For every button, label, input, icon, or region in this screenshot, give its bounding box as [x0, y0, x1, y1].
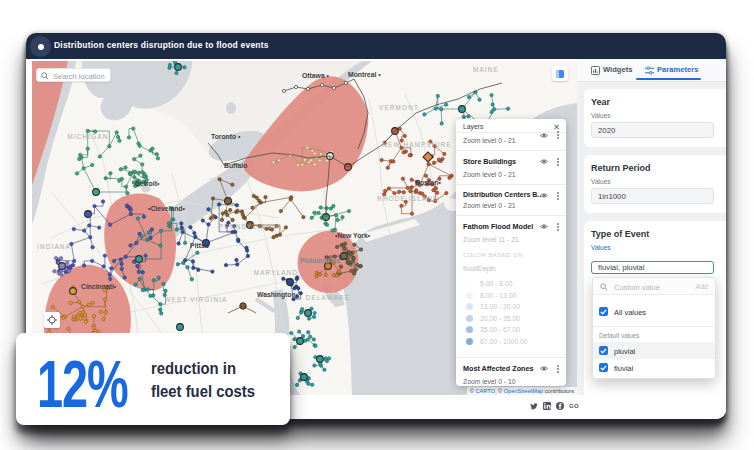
svg-text:RHODE ISLAND: RHODE ISLAND — [377, 195, 439, 202]
svg-text:DELAWARE: DELAWARE — [306, 294, 350, 301]
svg-text:Montreal •: Montreal • — [348, 71, 381, 78]
svg-text:Cincinnati•: Cincinnati• — [81, 283, 117, 290]
svg-text:Pittsb: Pittsb — [190, 242, 209, 249]
svg-text:•Cleveland•: •Cleveland• — [148, 205, 185, 212]
svg-text:OHIO: OHIO — [131, 245, 152, 252]
svg-text:Washington•: Washington• — [257, 291, 299, 299]
svg-text:VERMONT: VERMONT — [379, 104, 419, 111]
svg-text:MICHIGAN: MICHIGAN — [67, 133, 108, 140]
svg-text:Boston•: Boston• — [415, 179, 441, 186]
svg-text:Philadelphia: Philadelphia — [300, 257, 340, 265]
svg-text:Toronto •: Toronto • — [211, 133, 241, 140]
svg-text:MAINE: MAINE — [473, 66, 499, 73]
svg-text:Buffalo: Buffalo — [224, 162, 247, 169]
svg-text:MARYLAND: MARYLAND — [254, 269, 298, 276]
svg-text:Ottawa •: Ottawa • — [302, 72, 330, 79]
svg-text:•New York•: •New York• — [335, 232, 371, 239]
svg-text:PENNSYLVANIA: PENNSYLVANIA — [219, 223, 281, 230]
svg-text:INDIANA: INDIANA — [37, 243, 71, 250]
svg-text:WEST VIRGINIA: WEST VIRGINIA — [164, 296, 227, 303]
svg-text:NEW HAMPSHIRE: NEW HAMPSHIRE — [382, 141, 451, 148]
svg-text:Detroit•: Detroit• — [135, 180, 160, 187]
